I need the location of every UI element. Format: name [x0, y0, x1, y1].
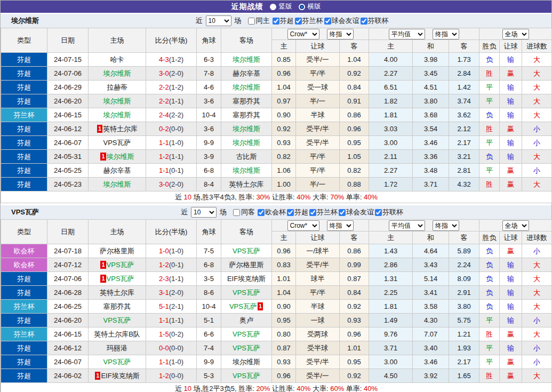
league-filter[interactable]: 欧会杯 [257, 207, 286, 217]
col-header-type: 类型 [1, 220, 47, 244]
league-filter[interactable]: 球会友谊 [338, 207, 374, 217]
avg-odds-draw: 3.45 [413, 67, 449, 81]
result-handicap: 输 [500, 94, 522, 108]
result-handicap: 输 [500, 53, 522, 67]
summary-row: 近 10 场,胜2平3负5, 胜率: 20% 让胜率: 40% 大率: 60% … [1, 383, 552, 392]
fulltime-score: 1-2 [159, 372, 169, 380]
col-header-away: 客场 [221, 28, 272, 53]
odds-home: 0.80 [272, 327, 296, 341]
match-score: 1-2(0-1) [146, 258, 197, 272]
bookmaker-select[interactable]: Crow* [287, 220, 319, 231]
average-select[interactable]: 平均值 [389, 220, 425, 231]
same-venue-filter[interactable]: 同客 [230, 207, 255, 217]
home-team: 哈卡 [110, 55, 124, 63]
same-venue-checkbox[interactable] [233, 209, 240, 216]
table-row: 芬超 24-05-25 赫尔辛基 1-1(0-1) 6-8 埃尔维斯 1.06 … [1, 164, 552, 178]
avg-odds-draw: 4.30 [413, 314, 449, 327]
league-checkbox[interactable] [375, 209, 382, 216]
scope-select[interactable]: 全场 [502, 220, 529, 231]
league-filter[interactable]: 芬超 [271, 16, 294, 26]
final-odds-select-2[interactable]: 终指 [433, 220, 459, 231]
league-filter[interactable]: 芬兰杯 [308, 207, 338, 217]
odds-away: 0.86 [340, 244, 369, 258]
halftime-score: (2-0) [169, 180, 183, 188]
match-score: 3-0(2-0) [146, 67, 197, 81]
final-odds-select[interactable]: 终指 [327, 220, 354, 231]
bookmaker-select[interactable]: Crow* [287, 29, 319, 39]
summary-part: 大率: [313, 193, 329, 201]
match-type-badge: 芬超 [1, 53, 47, 67]
odds-home: 0.92 [272, 122, 296, 136]
fulltime-score: 2-2 [159, 83, 169, 91]
halftime-score: (1-1) [169, 316, 183, 324]
result-outcome: 负 [479, 108, 500, 122]
fulltime-score: 1-2 [159, 153, 169, 161]
match-type-badge: 芬超 [1, 355, 47, 369]
league-checkbox[interactable] [324, 18, 331, 25]
match-date: 24-06-02 [47, 369, 89, 383]
league-checkbox[interactable] [309, 209, 316, 216]
same-venue-filter[interactable]: 同主 [245, 16, 270, 26]
match-date: 24-06-07 [47, 355, 89, 369]
odds-handicap: 球半 [296, 272, 340, 286]
final-odds-select[interactable]: 终指 [327, 29, 354, 39]
league-checkbox[interactable] [361, 18, 367, 25]
home-team-cell: VPS瓦萨 [89, 136, 146, 150]
league-checkbox[interactable] [258, 209, 265, 216]
away-team-cell: 塞那乔其 [221, 108, 272, 122]
avg-odds-home: 2.11 [369, 150, 413, 164]
league-filter[interactable]: 芬超 [286, 207, 308, 217]
final-odds-select-2[interactable]: 终指 [433, 29, 459, 39]
scope-select[interactable]: 全场 [502, 29, 529, 39]
away-team-cell: 赫尔辛基 [221, 67, 272, 81]
table-row: 芬超 24-07-06 1VPS瓦萨 2-3(1-1) 3-5 EIF埃克纳斯 … [1, 272, 552, 286]
match-type-badge: 芬超 [1, 81, 47, 94]
avg-odds-draw: 3.68 [413, 108, 449, 122]
avg-odds-home: 4.50 [369, 369, 413, 383]
away-team: 埃尔维斯 [233, 166, 260, 174]
radio-vertical-icon[interactable] [270, 4, 276, 10]
col-header-score: 比分(半场) [146, 28, 197, 53]
league-label: 芬超 [294, 207, 308, 217]
corner-count: 3-9 [197, 150, 221, 164]
result-outcome: 胜 [479, 327, 500, 341]
avg-odds-home: 1.43 [369, 244, 413, 258]
layout-option-horizontal[interactable]: 横版 [299, 2, 321, 11]
away-team: 塞那乔其 [233, 111, 260, 119]
league-filter[interactable]: 芬兰杯 [294, 16, 323, 26]
avg-odds-draw: 3.46 [413, 136, 449, 150]
league-filter[interactable]: 球会友谊 [323, 16, 359, 26]
corner-count: 3-6 [197, 122, 221, 136]
avg-odds-draw: 5.14 [413, 272, 449, 286]
result-outcome: 负 [479, 244, 500, 258]
league-checkbox[interactable] [273, 18, 279, 25]
away-team: 埃尔维斯 [233, 358, 260, 366]
match-count-select[interactable]: 10 [191, 207, 217, 218]
league-filter[interactable]: 芬联杯 [374, 207, 403, 217]
table-row: 芬超 24-06-12 1英特土尔库 0-2(0-0) 3-6 埃尔维斯 0.9… [1, 122, 552, 136]
col-header-away: 客场 [221, 220, 272, 244]
match-type-badge: 芬兰杯 [1, 108, 47, 122]
same-venue-checkbox[interactable] [248, 18, 255, 25]
average-select[interactable]: 平均值 [389, 29, 425, 39]
result-handicap: 赢 [500, 244, 522, 258]
halftime-score: (1-2) [169, 55, 183, 63]
league-filter[interactable]: 芬联杯 [359, 16, 389, 26]
radio-horizontal-icon[interactable] [299, 4, 305, 10]
layout-option-vertical[interactable]: 竖版 [270, 2, 292, 11]
odds-handicap: 一球 [296, 314, 340, 327]
league-checkbox[interactable] [295, 18, 302, 25]
avg-odds-away: 1.73 [449, 53, 479, 67]
match-score: 2-2(1-1) [146, 94, 197, 108]
table-row: 芬超 24-06-29 拉赫蒂 2-2(1-2) 4-6 埃尔维斯 1.04 受… [1, 81, 552, 94]
home-team: 埃尔维斯 [103, 180, 131, 188]
match-type-badge: 芬超 [1, 150, 47, 164]
odds-home: 0.83 [272, 258, 296, 272]
halftime-score: (1-0) [169, 139, 183, 147]
result-outcome: 负 [479, 272, 500, 286]
match-type-badge: 芬超 [1, 67, 47, 81]
league-checkbox[interactable] [287, 209, 294, 216]
results-table: 类型 日期 主场 比分(半场) 角球 客场 Crow* 终指 平均值 [1, 28, 552, 203]
match-count-select[interactable]: 10 [206, 15, 231, 26]
league-checkbox[interactable] [339, 209, 346, 216]
